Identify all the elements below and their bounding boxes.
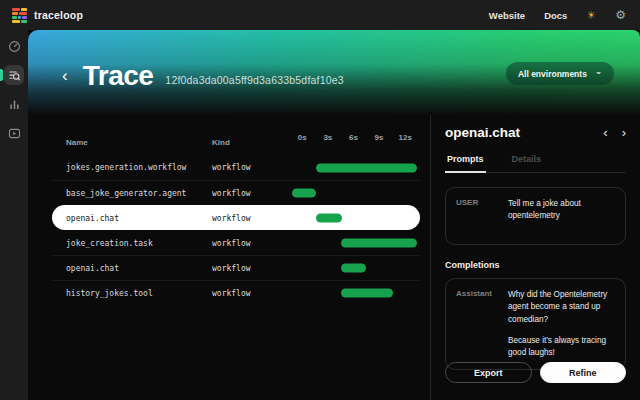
span-table: Name Kind 0s 3s 6s 9s 12s jokes.generati… bbox=[28, 115, 430, 400]
prev-span-button[interactable]: ‹ bbox=[603, 126, 607, 139]
brand[interactable]: traceloop bbox=[12, 8, 83, 23]
span-name: openai.chat bbox=[52, 264, 212, 273]
span-duration-bar bbox=[316, 214, 342, 223]
span-table-header: Name Kind 0s 3s 6s 9s 12s bbox=[52, 133, 420, 151]
col-header-kind: Kind bbox=[212, 138, 292, 147]
gear-icon[interactable]: ⚙ bbox=[615, 9, 626, 21]
span-kind: workflow bbox=[212, 264, 292, 273]
message-content-line: Because it's always tracing good laughs! bbox=[508, 335, 615, 360]
bar-chart-icon bbox=[8, 98, 21, 111]
span-kind: workflow bbox=[212, 289, 292, 298]
span-duration-bar bbox=[316, 163, 417, 172]
span-name: base_joke_generator.agent bbox=[52, 189, 212, 198]
link-website[interactable]: Website bbox=[489, 10, 525, 21]
top-bar: traceloop Website Docs ☀ ⚙ bbox=[0, 0, 640, 30]
chevron-down-icon: ⌄ bbox=[595, 69, 602, 73]
next-span-button[interactable]: › bbox=[622, 126, 626, 139]
detail-tabs: Prompts Details bbox=[445, 150, 626, 173]
table-row[interactable]: joke_creation.task workflow bbox=[52, 230, 420, 255]
back-chevron-icon[interactable]: ‹ bbox=[62, 67, 68, 84]
col-header-name: Name bbox=[52, 138, 212, 147]
gauge-icon bbox=[8, 40, 21, 53]
time-tick: 12s bbox=[399, 133, 412, 142]
message-content-line: Why did the Opentelemetry agent become a… bbox=[508, 289, 615, 326]
sidebar-item-playground[interactable] bbox=[4, 123, 24, 143]
tab-details[interactable]: Details bbox=[510, 150, 544, 172]
environment-selector-label: All environments bbox=[518, 69, 587, 79]
span-kind: workflow bbox=[212, 239, 292, 248]
table-row[interactable]: history_jokes.tool workflow bbox=[52, 280, 420, 305]
console-play-icon bbox=[8, 127, 21, 140]
span-name: joke_creation.task bbox=[52, 239, 212, 248]
span-rows: jokes.generation.workflow workflow base_… bbox=[52, 155, 420, 305]
main-area: ‹ Trace 12f0da3da00a5ff9d3a633b5dfaf10e3… bbox=[28, 30, 640, 400]
time-tick: 9s bbox=[375, 133, 384, 142]
span-kind: workflow bbox=[212, 163, 292, 172]
active-indicator bbox=[0, 69, 3, 81]
tab-prompts[interactable]: Prompts bbox=[445, 150, 486, 173]
completions-heading: Completions bbox=[445, 260, 626, 270]
sidebar-item-analytics[interactable] bbox=[4, 94, 24, 114]
span-name: openai.chat bbox=[52, 214, 212, 223]
trace-header: ‹ Trace 12f0da3da00a5ff9d3a633b5dfaf10e3… bbox=[28, 30, 640, 115]
span-duration-bar bbox=[341, 264, 367, 273]
refine-button[interactable]: Refine bbox=[540, 362, 627, 383]
message-role: Assistant bbox=[456, 289, 498, 298]
message-content: Tell me a joke about opentelemetry bbox=[508, 198, 615, 223]
sun-icon[interactable]: ☀ bbox=[586, 10, 596, 21]
time-tick: 3s bbox=[323, 133, 332, 142]
sidebar-item-traces[interactable] bbox=[4, 65, 24, 85]
page-title: Trace bbox=[83, 60, 154, 92]
span-name: jokes.generation.workflow bbox=[52, 163, 212, 172]
span-duration-bar bbox=[341, 289, 393, 298]
sidebar bbox=[0, 30, 28, 400]
span-duration-bar bbox=[292, 189, 316, 198]
export-button[interactable]: Export bbox=[445, 362, 532, 383]
traceloop-logo-icon bbox=[12, 8, 27, 23]
prompt-message: USER Tell me a joke about opentelemetry bbox=[445, 187, 626, 245]
span-detail-title: openai.chat bbox=[445, 125, 520, 140]
time-tick: 0s bbox=[298, 133, 307, 142]
trace-search-icon bbox=[8, 69, 21, 82]
trace-id: 12f0da3da00a5ff9d3a633b5dfaf10e3 bbox=[165, 74, 343, 86]
table-row[interactable]: base_joke_generator.agent workflow bbox=[52, 180, 420, 205]
time-tick: 6s bbox=[349, 133, 358, 142]
table-row[interactable]: jokes.generation.workflow workflow bbox=[52, 155, 420, 180]
sidebar-item-dashboard[interactable] bbox=[4, 36, 24, 56]
span-duration-bar bbox=[341, 239, 418, 248]
completion-message: Assistant Why did the Opentelemetry agen… bbox=[445, 278, 626, 370]
table-row-selected[interactable]: openai.chat workflow bbox=[52, 205, 420, 230]
message-role: USER bbox=[456, 198, 498, 207]
link-docs[interactable]: Docs bbox=[544, 10, 567, 21]
span-kind: workflow bbox=[212, 214, 292, 223]
time-axis: 0s 3s 6s 9s 12s bbox=[292, 133, 420, 151]
span-name: history_jokes.tool bbox=[52, 289, 212, 298]
brand-name: traceloop bbox=[34, 9, 83, 21]
environment-selector[interactable]: All environments ⌄ bbox=[506, 62, 614, 85]
table-row[interactable]: openai.chat workflow bbox=[52, 255, 420, 280]
span-kind: workflow bbox=[212, 189, 292, 198]
span-detail-panel: openai.chat ‹ › Prompts Details USER Tel… bbox=[430, 115, 640, 400]
